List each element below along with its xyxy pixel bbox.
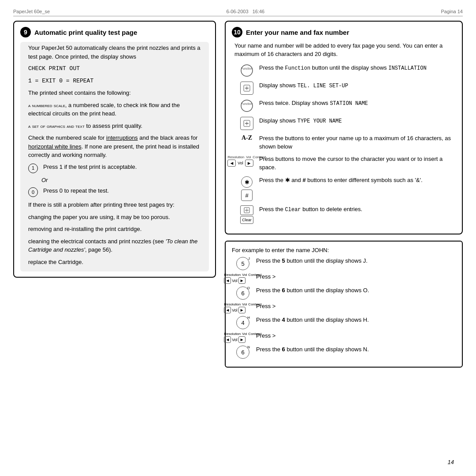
item2: a set of graphics and text to assess pri…: [28, 122, 201, 130]
instr-text-2: Display shows TEL. LINE SET-UP: [259, 82, 348, 90]
square-button-4: [240, 117, 253, 130]
nav-label: Vol: [237, 161, 244, 165]
section-10-body: Your name and number will be added to ev…: [232, 42, 456, 224]
example-row-7: 6 N Press the 6 button until the display…: [232, 346, 456, 359]
section-9-title: Automatic print quality test page: [34, 29, 137, 36]
function-btn-icon-3: Function: [239, 99, 255, 112]
header-center: 6-06-2003 16:46: [226, 9, 264, 14]
clear-btn-icon: Clear: [239, 205, 255, 224]
section-10-title: Enter your name and fax number: [246, 29, 349, 36]
nav-right-btn: ►: [245, 160, 253, 167]
header-left: PaperJet 60e_se: [13, 9, 50, 14]
code1: CHECK PRINT OUT: [28, 64, 201, 73]
instr-text-3: Press twice. Display shows STATION NAME: [259, 99, 368, 108]
example-icon-7: 6 N: [234, 346, 252, 359]
press-1-line: 1 Press 1 if the test print is acceptabl…: [28, 163, 201, 173]
svg-rect-23: [241, 100, 253, 112]
az-label-icon: A-Z: [239, 134, 255, 141]
section-9-body: Your PaperJet 50 automatically cleans th…: [24, 44, 205, 266]
example-row-3: 6 O Press the 6 button until the display…: [232, 286, 456, 300]
para1: Your PaperJet 50 automatically cleans th…: [28, 44, 201, 61]
section-9-header: 9 Automatic print quality test page: [20, 27, 209, 37]
instr-text-6: Press buttons to move the cursor to the …: [259, 155, 453, 172]
example-icon-3: 6 O: [234, 286, 252, 300]
instr-row-4: Display shows TYPE YOUR NAME: [234, 117, 453, 130]
press-0-text: Press 0 to repeat the test.: [43, 187, 109, 195]
para3: Check the numbered scale for interruptio…: [28, 134, 201, 160]
instr-text-8: Press the Clear button to delete entries…: [259, 205, 362, 214]
example-text-6: Press >: [256, 332, 275, 340]
para4: If there is still a problem after printi…: [28, 201, 201, 209]
right-column: 10 Enter your name and fax number Your n…: [225, 21, 463, 453]
button-6a: 6 O: [236, 286, 249, 300]
example-icon-1: 5 J: [234, 257, 252, 270]
star-button: ✱: [241, 176, 253, 188]
star-hash-icons: ✱ #: [239, 176, 255, 201]
example-text-7: Press the 6 button until the display sho…: [256, 346, 369, 353]
example-icon-2: ResolutionVolContrast ◄ Vol ►: [234, 273, 252, 284]
or-text: Or: [41, 176, 201, 185]
example-icon-5: 4 H: [234, 316, 252, 329]
bullet2: removing and re-installing the print car…: [28, 225, 201, 234]
press-0-icon: 0: [28, 187, 40, 197]
hash-button: #: [241, 190, 253, 201]
page-number: 14: [448, 459, 454, 465]
main-content: 9 Automatic print quality test page Your…: [13, 21, 463, 453]
square-btn-icon-4: [239, 117, 255, 130]
para2: The printed sheet contains the following…: [28, 89, 201, 97]
instr-row-7: ✱ # Press the ✱ and # buttons to enter d…: [234, 176, 453, 201]
press-0-line: 0 Press 0 to repeat the test.: [28, 187, 201, 197]
press-1-icon: 1: [28, 164, 40, 173]
svg-text:Function: Function: [241, 102, 253, 105]
example-row-2: ResolutionVolContrast ◄ Vol ► Press >: [232, 273, 456, 284]
button-4: 4 H: [236, 316, 249, 329]
nav-btn-icon: Resolution Vol Contrast ◄ Vol ►: [239, 155, 255, 167]
instr-text-1: Press the Function button until the disp…: [259, 64, 427, 72]
section-10-header: 10 Enter your name and fax number: [232, 27, 456, 37]
svg-rect-18: [241, 65, 253, 76]
example-box: For example to enter the name JOHN: 5 J …: [225, 241, 463, 368]
example-row-1: 5 J Press the 5 button until the display…: [232, 257, 456, 270]
example-icon-6: ResolutionVolContrast ◄ Vol ►: [234, 332, 252, 343]
instr-row-5: A-Z Press the buttons to enter your name…: [234, 134, 453, 151]
button-1: 1: [28, 164, 38, 173]
example-intro: For example to enter the name JOHN:: [232, 247, 456, 253]
left-column: 9 Automatic print quality test page Your…: [13, 21, 216, 453]
example-text-4: Press >: [256, 302, 275, 310]
header-right: Pagina 14: [441, 9, 463, 14]
square-button-clear: [240, 205, 253, 215]
example-icon-4: ResolutionVolContrast ◄ Vol ►: [234, 302, 252, 313]
press-1-text: Press 1 if the test print is acceptable.: [43, 163, 137, 171]
function-btn-icon-1: Function: [239, 64, 255, 77]
bullet3: cleaning the electrical contacts and pri…: [28, 237, 201, 254]
instr-row-1: Function Press the Function button until…: [234, 64, 453, 77]
example-text-5: Press the 4 button until the display sho…: [256, 316, 369, 324]
svg-text:Function: Function: [241, 67, 253, 70]
button-6b: 6 N: [236, 346, 249, 359]
clear-button: Clear: [240, 216, 253, 224]
star-hash-stack: ✱ #: [241, 176, 253, 201]
example-row-4: ResolutionVolContrast ◄ Vol ► Press >: [232, 302, 456, 313]
code2: 1 = EXIT 0 = REPEAT: [28, 77, 201, 86]
example-row-6: ResolutionVolContrast ◄ Vol ► Press >: [232, 332, 456, 343]
item1: a numbered scale, a numbered scale, to c…: [28, 101, 201, 118]
button-0: 0: [28, 187, 38, 197]
page: PaperJet 60e_se 6-06-2003 16:46 Pagina 1…: [0, 0, 476, 476]
example-text-2: Press >: [256, 273, 275, 281]
square-btn-icon-2: [239, 82, 255, 95]
bullet4: replace the Cartridge.: [28, 258, 201, 267]
bullet1: changing the paper you are using, it may…: [28, 213, 201, 222]
instr-row-2: Display shows TEL. LINE SET-UP: [234, 82, 453, 95]
section-9-body-bg: Your PaperJet 50 automatically cleans th…: [20, 42, 209, 271]
section-9-number: 9: [20, 27, 31, 37]
example-text-3: Press the 6 button until the display sho…: [256, 286, 369, 294]
section-9-box: 9 Automatic print quality test page Your…: [13, 21, 216, 278]
instr-text-4: Display shows TYPE YOUR NAME: [259, 117, 342, 125]
section-10-number: 10: [232, 27, 242, 37]
instr-row-3: Function Press twice. Display shows STAT…: [234, 99, 453, 112]
button-5: 5 J: [236, 257, 249, 270]
right-intro: Your name and number will be added to ev…: [234, 42, 453, 59]
section-10-box: 10 Enter your name and fax number Your n…: [225, 21, 463, 234]
header-bar: PaperJet 60e_se 6-06-2003 16:46 Pagina 1…: [13, 9, 463, 16]
instr-text-5: Press the buttons to enter your name up …: [259, 134, 453, 151]
